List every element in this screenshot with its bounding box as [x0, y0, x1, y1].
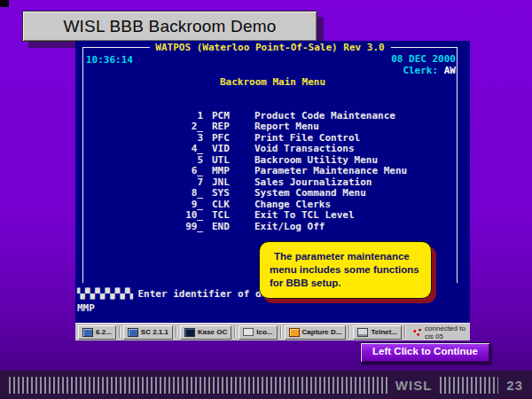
taskbar-button[interactable]: SC 2.1.1 — [123, 325, 173, 340]
slide: WISL BBB Backroom Demo WATPOS (Waterloo … — [0, 0, 532, 399]
terminal-title: WATPOS (Waterloo Point-Of-Sale) Rev 3.0 — [149, 42, 390, 53]
menu-item-code: SYS — [212, 188, 244, 199]
taskbar-button-label: Ico... — [256, 328, 272, 336]
taskbar-button[interactable]: Telnet... — [353, 325, 402, 340]
taskbar-status: connected to cis 05 — [412, 325, 467, 340]
telnet-icon — [357, 328, 368, 337]
menu-row: 4_VIDVoid Transactions — [180, 144, 407, 154]
taskbar-separator — [280, 326, 282, 338]
menu-item-label: Parameter Maintenance Menu — [254, 166, 407, 176]
capture-icon — [289, 328, 300, 337]
menu-item-number: 99_ — [180, 222, 203, 232]
menu-row: 99_ENDExit/Log Off — [180, 222, 407, 232]
continue-button[interactable]: Left Click to Continue — [360, 342, 490, 363]
taskbar-separator — [348, 326, 350, 338]
menu-item-number: 4_ — [180, 144, 203, 154]
taskbar-status-label: connected to cis 05 — [425, 325, 467, 340]
taskbar-button[interactable]: Capture D... — [285, 325, 347, 340]
clerk-readout: Clerk: AW — [391, 66, 456, 77]
menu-item-number: 6_ — [180, 166, 203, 176]
taskbar-separator — [234, 326, 236, 338]
corner-artifact — [0, 0, 9, 7]
taskbar-separator — [119, 326, 121, 338]
connection-icon — [412, 328, 422, 337]
clerk-label: Clerk: — [403, 65, 438, 76]
menu-item-label: System Command Menu — [254, 188, 366, 199]
footer-page-number: 23 — [506, 378, 523, 393]
taskbar-button-label: 6.2... — [96, 328, 112, 336]
taskbar-button[interactable]: 6.2... — [78, 325, 116, 340]
menu-row: 10_TCLExit To TCL Level — [180, 210, 407, 221]
menu-item-label: Exit To TCL Level — [254, 210, 355, 221]
slide-title-bar: WISL BBB Backroom Demo — [22, 11, 317, 42]
footer-bar: WISL 23 — [0, 371, 532, 399]
taskbar-button[interactable]: Ico... — [239, 325, 277, 340]
callout-note: The parameter maintenance menu includes … — [259, 241, 432, 299]
stripe-pattern-short — [440, 377, 498, 394]
monitor-icon — [82, 328, 93, 337]
menu-item-code: MMP — [212, 166, 244, 176]
windows-taskbar: 6.2...SC 2.1.1Kase OCIco...Capture D...T… — [75, 323, 470, 340]
clerk-name: AW — [444, 65, 456, 76]
menu-item-code: END — [212, 222, 244, 232]
taskbar-button[interactable]: Kase OC — [180, 325, 231, 340]
input-field-pattern: ▚▞▚▞▚▞▚▞▚▞▚ — [77, 288, 132, 300]
taskbar-button-label: Capture D... — [302, 328, 342, 336]
menu-list: 1PCMProduct Code Maintenance2_REPReport … — [180, 111, 407, 232]
printer-icon — [243, 328, 254, 336]
clock-readout: 10:36:14 — [86, 54, 133, 66]
taskbar-button-label: Telnet... — [371, 328, 397, 336]
menu-item-code: TCL — [212, 210, 244, 221]
menu-item-code: VID — [212, 144, 244, 154]
slide-title: WISL BBB Backroom Demo — [63, 17, 276, 35]
menu-item-label: Exit/Log Off — [254, 222, 325, 232]
date-clerk-block: 08 DEC 2000 Clerk: AW — [391, 54, 456, 76]
menu-row: 6_MMPParameter Maintenance Menu — [180, 166, 407, 176]
footer-brand: WISL — [395, 378, 433, 393]
monitor-dark-icon — [184, 328, 195, 337]
monitor-icon — [128, 328, 138, 337]
taskbar-separator — [176, 326, 177, 338]
taskbar-button-label: SC 2.1.1 — [141, 328, 168, 336]
menu-item-label: Void Transactions — [254, 144, 355, 154]
taskbar-button-label: Kase OC — [198, 328, 227, 336]
menu-row: 8_SYSSystem Command Menu — [180, 188, 407, 199]
menu-title: Backroom Main Menu — [75, 76, 470, 88]
taskbar-separator — [404, 326, 406, 338]
menu-item-number: 10_ — [180, 210, 203, 221]
callout-text: The parameter maintenance menu includes … — [270, 251, 419, 288]
stripe-pattern — [9, 377, 387, 394]
menu-item-number: 8_ — [180, 188, 203, 199]
typed-input: MMP — [77, 302, 95, 314]
